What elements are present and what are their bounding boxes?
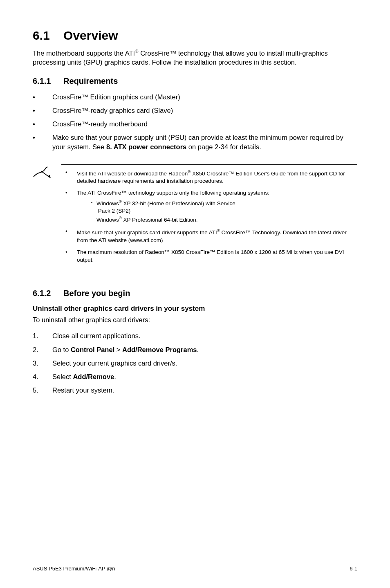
subsection-heading: 6.1.2Before you begin: [33, 289, 357, 298]
bullet-icon: •: [61, 249, 77, 264]
step-number: 2.: [33, 345, 52, 355]
steps-list: 1.Close all current applications. 2.Go t…: [33, 331, 357, 395]
footer-left: ASUS P5E3 Premium/WiFi-AP @n: [33, 566, 115, 572]
note-text: The ATI CrossFire™ technology supports o…: [77, 189, 269, 224]
requirements-list: •CrossFire™ Edition graphics card (Maste…: [33, 92, 357, 152]
section-title: Overview: [63, 29, 118, 42]
bullet-icon: •: [61, 169, 77, 185]
step-number: 3.: [33, 359, 52, 368]
dash-icon: -: [77, 215, 96, 224]
note-item: • The ATI CrossFire™ technology supports…: [61, 189, 355, 224]
list-item: •Make sure that your power supply unit (…: [33, 133, 357, 152]
subsection-title: Requirements: [63, 76, 118, 85]
list-item: 1.Close all current applications.: [33, 331, 357, 341]
step-number: 5.: [33, 386, 52, 395]
bullet-icon: •: [33, 106, 52, 115]
note-icon: [33, 164, 61, 269]
note-text: The maximum resolution of Radeon™ X850 C…: [77, 249, 355, 264]
step-number: 1.: [33, 331, 52, 341]
step-text: Select your current graphics card driver…: [52, 359, 177, 368]
subsection-heading: 6.1.1Requirements: [33, 76, 357, 86]
list-item: •CrossFire™ Edition graphics card (Maste…: [33, 92, 357, 102]
subsection-number: 6.1.1: [33, 76, 63, 86]
subsection-number: 6.1.2: [33, 289, 63, 298]
bullet-icon: •: [61, 189, 77, 224]
bullet-icon: •: [33, 119, 52, 129]
list-item-text: CrossFire™-ready motherboard: [52, 119, 148, 129]
step-text: Restart your system.: [52, 386, 114, 395]
sub-note-text: Windows® XP 32-bit (Home or Professional…: [96, 199, 235, 215]
list-item-text: CrossFire™-ready graphics card (Slave): [52, 106, 173, 115]
section-heading: 6.1 Overview: [33, 29, 357, 43]
list-item: 5.Restart your system.: [33, 386, 357, 395]
step-text: Go to Control Panel > Add/Remove Program…: [52, 345, 199, 355]
bullet-icon: •: [33, 92, 52, 102]
subhead: Uninstall other graphics card drivers in…: [33, 305, 357, 313]
note-block: • Visit the ATI website or download the …: [33, 164, 357, 269]
list-item: •CrossFire™-ready motherboard: [33, 119, 357, 129]
intro-paragraph: The motherboard supports the ATI® CrossF…: [33, 48, 357, 67]
list-item: •CrossFire™-ready graphics card (Slave): [33, 106, 357, 115]
page-content: 6.1 Overview The motherboard supports th…: [33, 29, 357, 561]
list-item: 4.Select Add/Remove.: [33, 372, 357, 382]
sub-note-text: Windows® XP Professional 64-bit Edition.: [96, 215, 198, 224]
subsection-title: Before you begin: [63, 289, 130, 298]
note-text: Visit the ATI website or download the Ra…: [77, 169, 355, 185]
list-item-text: CrossFire™ Edition graphics card (Master…: [52, 92, 180, 102]
step-text: Close all current applications.: [52, 331, 141, 341]
note-body: • Visit the ATI website or download the …: [61, 164, 357, 269]
note-item: • Visit the ATI website or download the …: [61, 169, 355, 185]
list-item-text: Make sure that your power supply unit (P…: [52, 133, 357, 152]
note-text: Make sure that your graphics card driver…: [77, 228, 355, 244]
step-number: 4.: [33, 372, 52, 382]
section-number: 6.1: [33, 29, 50, 42]
list-item: 2.Go to Control Panel > Add/Remove Progr…: [33, 345, 357, 355]
bullet-icon: •: [33, 133, 52, 152]
note-item: • The maximum resolution of Radeon™ X850…: [61, 249, 355, 264]
dash-icon: -: [77, 199, 96, 215]
note-item: • Make sure that your graphics card driv…: [61, 228, 355, 244]
step-text: Select Add/Remove.: [52, 372, 116, 382]
lead-paragraph: To uninstall other graphics card drivers…: [33, 316, 357, 324]
list-item: 3.Select your current graphics card driv…: [33, 359, 357, 368]
bullet-icon: •: [61, 228, 77, 244]
footer-right: 6-1: [350, 566, 357, 572]
page-footer: ASUS P5E3 Premium/WiFi-AP @n 6-1: [33, 561, 357, 572]
